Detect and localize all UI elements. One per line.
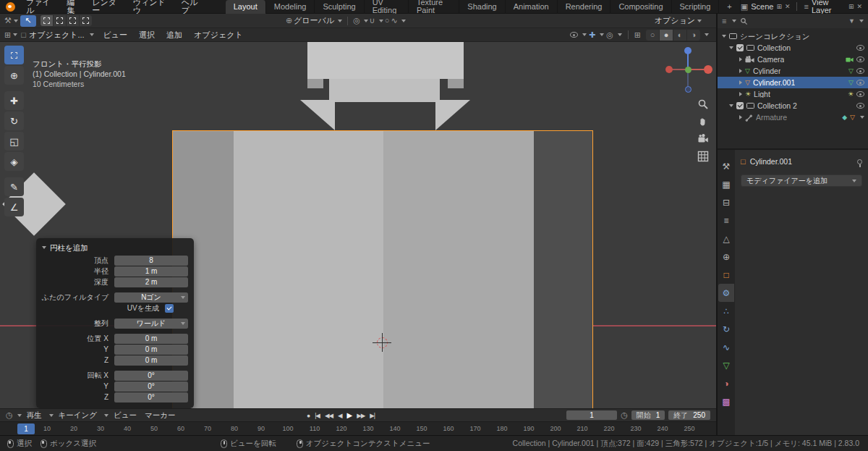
- rotation-y-input[interactable]: 0°: [114, 382, 188, 392]
- play-reverse-button[interactable]: ◀: [338, 413, 342, 419]
- active-tool-button[interactable]: ↖: [20, 15, 36, 27]
- new-scene-icon[interactable]: ⊞: [776, 4, 782, 10]
- frame-end-field[interactable]: 終了250: [668, 410, 710, 420]
- overlays-icon[interactable]: ◎: [606, 31, 613, 39]
- tab-scene[interactable]: △: [718, 229, 734, 248]
- pin-icon[interactable]: [857, 159, 862, 164]
- vertices-input[interactable]: 8: [114, 256, 188, 266]
- frame-start-field[interactable]: 開始1: [631, 410, 665, 420]
- editor-type-icon[interactable]: ⊞: [4, 31, 11, 39]
- playback-menu[interactable]: 再生: [24, 411, 45, 419]
- menu-item[interactable]: 編集: [62, 0, 88, 14]
- options-dropdown[interactable]: オプション: [655, 17, 695, 25]
- measure-tool-button[interactable]: ∠: [4, 198, 24, 216]
- expand-arrow-icon[interactable]: [739, 115, 742, 119]
- shading-rendered-button[interactable]: ◑: [687, 30, 700, 41]
- cursor-tool-button[interactable]: ⊕: [4, 66, 24, 85]
- model-neck[interactable]: [329, 79, 440, 102]
- viewport-menu-item[interactable]: 追加: [161, 31, 188, 39]
- location-y-input[interactable]: 0 m: [114, 345, 188, 355]
- axis-z-negative-dot[interactable]: [685, 86, 692, 93]
- viewport-menu-item[interactable]: オブジェクト: [188, 31, 249, 39]
- annotate-tool-button[interactable]: ✎: [4, 177, 24, 196]
- tab-material[interactable]: ◑: [718, 374, 734, 392]
- outliner-row-camera[interactable]: Camera: [718, 54, 868, 65]
- shading-solid-button[interactable]: ●: [660, 30, 673, 41]
- operator-panel-header[interactable]: 円柱を追加: [42, 243, 188, 253]
- mode-dropdown[interactable]: □ オブジェクト...: [17, 31, 97, 39]
- model-ear-right[interactable]: [448, 79, 464, 88]
- expand-arrow-icon[interactable]: [739, 69, 742, 73]
- next-keyframe-button[interactable]: ▶▶: [357, 413, 365, 419]
- select-mode-new-button[interactable]: [41, 15, 53, 26]
- tab-physics[interactable]: ↻: [718, 320, 734, 338]
- new-view-layer-icon[interactable]: ⊞: [848, 4, 854, 10]
- tab-output[interactable]: ⊟: [718, 193, 734, 211]
- blender-logo-icon[interactable]: [6, 2, 15, 12]
- move-tool-button[interactable]: ✚: [4, 91, 24, 110]
- workspace-tab[interactable]: Layout: [226, 0, 266, 14]
- transform-tool-button[interactable]: ◈: [4, 152, 24, 171]
- scale-tool-button[interactable]: ◱: [4, 132, 24, 151]
- menu-item[interactable]: ウィンドウ: [128, 0, 176, 14]
- expand-arrow-icon[interactable]: [729, 46, 733, 49]
- radius-input[interactable]: 1 m: [114, 266, 188, 277]
- expand-arrow-icon[interactable]: [739, 57, 742, 62]
- workspace-tab[interactable]: Scripting: [672, 0, 720, 14]
- tab-active-tool[interactable]: ⚒: [718, 157, 734, 175]
- outliner-row-cylinder[interactable]: ▽ Cylinder ▽: [718, 65, 868, 77]
- toggle-ortho-button[interactable]: [696, 150, 710, 163]
- hide-eye-icon[interactable]: [856, 56, 864, 62]
- cap-fill-dropdown[interactable]: Nゴン: [114, 292, 188, 303]
- generate-uv-checkbox[interactable]: [165, 304, 174, 313]
- location-z-input[interactable]: 0 m: [114, 355, 188, 366]
- outliner-editor-icon[interactable]: ≡: [722, 17, 726, 25]
- expand-arrow-icon[interactable]: [739, 92, 742, 96]
- tab-texture[interactable]: ▩: [718, 392, 734, 410]
- keying-menu[interactable]: キーイング: [56, 411, 100, 419]
- model-ear-left[interactable]: [307, 79, 323, 88]
- pivot-point-icon[interactable]: ◎: [353, 17, 360, 25]
- shading-wireframe-button[interactable]: ○: [646, 30, 659, 41]
- breadcrumb-object-name[interactable]: Cylinder.001: [750, 158, 792, 166]
- axis-y-dot[interactable]: [685, 67, 692, 73]
- workspace-tab[interactable]: Compositing: [610, 0, 671, 14]
- hide-eye-icon[interactable]: [856, 91, 864, 97]
- location-x-input[interactable]: 0 m: [114, 334, 188, 344]
- outliner-row-armature[interactable]: Armature ◆ ▽: [718, 111, 868, 123]
- hide-eye-icon[interactable]: [856, 68, 864, 74]
- unlink-scene-icon[interactable]: ✕: [785, 4, 791, 10]
- add-modifier-button[interactable]: モディファイアーを追加: [741, 174, 862, 187]
- select-mode-subtract-button[interactable]: [67, 15, 79, 26]
- align-dropdown[interactable]: ワールド: [114, 319, 188, 329]
- view-layer-selector[interactable]: View Layer: [812, 0, 846, 14]
- scene-selector[interactable]: Scene: [751, 3, 773, 11]
- gizmos-icon[interactable]: ✚: [589, 31, 595, 39]
- workspace-tab[interactable]: Texture Paint: [409, 0, 459, 14]
- outliner-row-scene-collection[interactable]: シーンコレクション: [718, 30, 868, 42]
- operator-panel-add-cylinder[interactable]: 円柱を追加 頂点 8 半径 1 m 深度 2 m ふたのフィルタイプ Nゴン U…: [36, 238, 194, 408]
- filter-funnel-icon[interactable]: ▼: [848, 18, 855, 25]
- model-shoulder-left[interactable]: [300, 100, 335, 130]
- zoom-button[interactable]: [696, 98, 710, 111]
- tab-object-data[interactable]: ▽: [718, 356, 734, 374]
- selected-cylinder-object[interactable]: [172, 130, 593, 408]
- tab-constraints[interactable]: ∿: [718, 338, 734, 356]
- collection-checkbox[interactable]: [736, 44, 744, 51]
- rotation-z-input[interactable]: 0°: [114, 392, 188, 402]
- jump-to-start-button[interactable]: |◀: [315, 413, 320, 419]
- workspace-tab[interactable]: +: [719, 0, 740, 14]
- workspace-tab[interactable]: Animation: [506, 0, 558, 14]
- hide-eye-icon[interactable]: [856, 80, 864, 85]
- snap-magnet-icon[interactable]: ∪: [370, 17, 375, 25]
- play-button[interactable]: ▶: [347, 412, 352, 419]
- pan-button[interactable]: [696, 115, 710, 128]
- tab-view-layer[interactable]: ≡: [718, 211, 734, 229]
- marker-menu[interactable]: マーカー: [142, 411, 179, 419]
- record-button[interactable]: ●: [307, 413, 310, 419]
- workspace-tab[interactable]: Sculpting: [315, 0, 364, 14]
- view-menu[interactable]: ビュー: [111, 411, 140, 419]
- model-head[interactable]: [307, 42, 464, 79]
- timeline-ruler[interactable]: 1 10203040506070809010011012013014015016…: [0, 421, 716, 435]
- tab-render[interactable]: ▦: [718, 175, 734, 193]
